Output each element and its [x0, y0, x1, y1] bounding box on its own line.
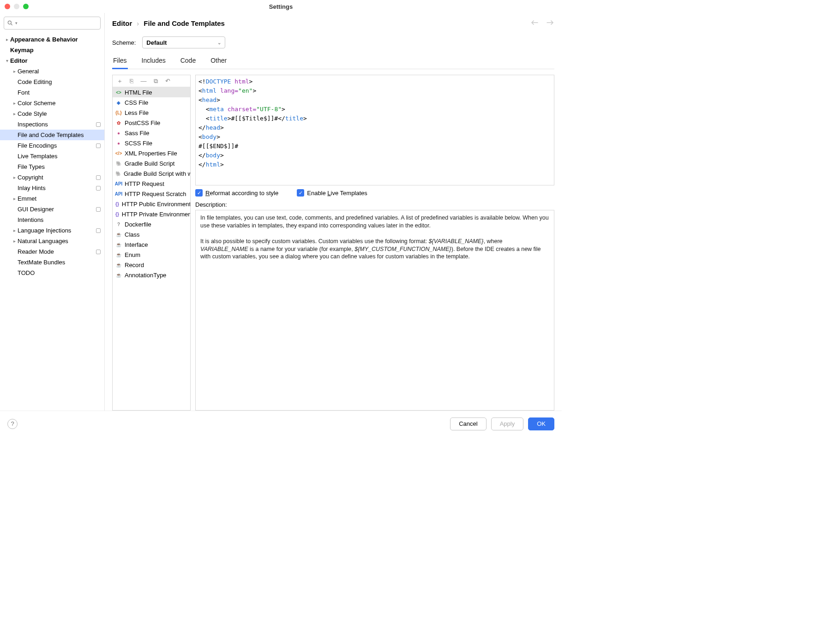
template-item-label: Enum — [125, 251, 140, 258]
template-item[interactable]: ●SCSS File — [113, 138, 190, 148]
template-item[interactable]: 🐘Gradle Build Script — [113, 158, 190, 168]
template-item[interactable]: APIHTTP Request Scratch — [113, 189, 190, 199]
svg-line-1 — [11, 24, 12, 25]
gradle-icon: 🐘 — [115, 160, 122, 167]
duplicate-icon[interactable]: ⧉ — [152, 78, 159, 84]
template-item[interactable]: ☕Interface — [113, 239, 190, 250]
scheme-value: Default — [146, 39, 167, 46]
sidebar-item-code-editing[interactable]: Code Editing — [0, 77, 104, 87]
template-item-label: HTTP Request Scratch — [125, 191, 186, 197]
template-item[interactable]: ☕Enum — [113, 250, 190, 260]
template-item[interactable]: 🐘Gradle Build Script with wrapper — [113, 168, 190, 179]
template-item[interactable]: </>XML Properties File — [113, 148, 190, 158]
cancel-button[interactable]: Cancel — [450, 417, 486, 430]
nav-forward-icon[interactable] — [546, 19, 554, 27]
project-scope-badge-icon — [96, 175, 101, 180]
chevron-right-icon: ▸ — [11, 69, 18, 74]
ok-button[interactable]: OK — [528, 417, 554, 430]
zoom-window-icon[interactable] — [23, 4, 29, 9]
sidebar-item-color-scheme[interactable]: ▸Color Scheme — [0, 98, 104, 108]
reformat-checkbox[interactable]: ✓ Reformat according to style — [195, 189, 278, 197]
chevron-right-icon: ▸ — [11, 196, 18, 201]
css-icon: ◈ — [115, 99, 122, 106]
sidebar-item-inlay-hints[interactable]: Inlay Hints — [0, 183, 104, 193]
template-item[interactable]: {L}Less File — [113, 107, 190, 118]
minimize-window-icon[interactable] — [14, 4, 19, 9]
sidebar-item-label: Appearance & Behavior — [10, 36, 102, 43]
sidebar-item-language-injections[interactable]: ▸Language Injections — [0, 225, 104, 236]
template-item[interactable]: ☕Class — [113, 229, 190, 239]
template-item-label: PostCSS File — [125, 119, 160, 126]
sidebar-item-appearance-behavior[interactable]: ▸Appearance & Behavior — [0, 34, 104, 45]
tab-other[interactable]: Other — [210, 57, 228, 69]
sidebar-item-keymap[interactable]: Keymap — [0, 45, 104, 55]
template-editor[interactable]: <!DOCTYPE html><html lang="en"><head> <m… — [195, 75, 554, 185]
sidebar-item-label: TODO — [18, 269, 102, 276]
help-icon[interactable]: ? — [7, 419, 18, 429]
template-item[interactable]: APIHTTP Request — [113, 179, 190, 189]
template-item[interactable]: <>HTML File — [113, 87, 190, 97]
sidebar-item-label: File Types — [18, 163, 102, 170]
tab-code[interactable]: Code — [180, 57, 197, 69]
sidebar-item-file-types[interactable]: File Types — [0, 161, 104, 172]
checkbox-checked-icon: ✓ — [297, 189, 304, 197]
html-icon: <> — [115, 89, 122, 95]
search-input[interactable]: ▾ — [4, 17, 101, 30]
sidebar-item-editor[interactable]: ▾Editor — [0, 55, 104, 66]
sidebar-item-label: General — [18, 68, 102, 75]
template-item[interactable]: {}HTTP Public Environment File — [113, 199, 190, 209]
template-item[interactable]: ✿PostCSS File — [113, 118, 190, 128]
sidebar-item-live-templates[interactable]: Live Templates — [0, 151, 104, 161]
project-scope-badge-icon — [96, 207, 101, 212]
sidebar-item-textmate-bundles[interactable]: TextMate Bundles — [0, 257, 104, 268]
tab-files[interactable]: Files — [112, 57, 128, 69]
settings-tree: ▸Appearance & BehaviorKeymap▾Editor▸Gene… — [0, 31, 104, 278]
sidebar-item-label: Color Scheme — [18, 100, 102, 107]
sidebar-item-code-style[interactable]: ▸Code Style — [0, 108, 104, 119]
nav-back-icon[interactable] — [530, 19, 539, 27]
sidebar-item-label: Inlay Hints — [18, 185, 96, 191]
scheme-select[interactable]: Default ⌄ — [142, 36, 225, 48]
template-item[interactable]: ☕AnnotationType — [113, 270, 190, 280]
template-item-label: Interface — [125, 241, 148, 248]
sidebar-item-file-encodings[interactable]: File Encodings — [0, 140, 104, 151]
template-item[interactable]: ☕Record — [113, 260, 190, 270]
sidebar-item-intentions[interactable]: Intentions — [0, 215, 104, 225]
description-label: Description: — [195, 201, 554, 208]
template-item-label: Class — [125, 231, 140, 238]
sidebar-item-natural-languages[interactable]: ▸Natural Languages — [0, 236, 104, 246]
sidebar-item-reader-mode[interactable]: Reader Mode — [0, 246, 104, 257]
live-templates-checkbox[interactable]: ✓ Enable Live Templates — [297, 189, 367, 197]
search-dropdown-icon[interactable]: ▾ — [15, 21, 18, 25]
copy-template-icon[interactable]: ⎘ — [128, 78, 135, 84]
sidebar-item-label: Language Injections — [18, 227, 96, 234]
breadcrumb-root[interactable]: Editor — [112, 19, 132, 27]
add-template-icon[interactable]: ＋ — [116, 78, 123, 84]
sidebar-item-font[interactable]: Font — [0, 87, 104, 98]
template-item[interactable]: ●Sass File — [113, 128, 190, 138]
apply-button[interactable]: Apply — [491, 417, 524, 430]
tab-includes[interactable]: Includes — [141, 57, 167, 69]
project-scope-badge-icon — [96, 143, 101, 148]
sidebar-item-label: TextMate Bundles — [18, 259, 102, 266]
remove-template-icon[interactable]: — — [140, 78, 147, 84]
template-item-label: Gradle Build Script — [125, 160, 174, 167]
sidebar-item-todo[interactable]: TODO — [0, 268, 104, 278]
close-window-icon[interactable] — [5, 4, 10, 9]
undo-icon[interactable]: ↶ — [164, 78, 171, 84]
sidebar-item-label: Keymap — [10, 47, 102, 54]
sidebar-item-gui-designer[interactable]: GUI Designer — [0, 204, 104, 215]
template-item[interactable]: ?Dockerfile — [113, 219, 190, 229]
breadcrumb: Editor › File and Code Templates — [112, 19, 225, 27]
scss-icon: ● — [115, 140, 122, 146]
java-icon: ☕ — [115, 231, 122, 238]
sidebar-item-copyright[interactable]: ▸Copyright — [0, 172, 104, 183]
sidebar-item-label: Editor — [10, 57, 102, 64]
sidebar-item-inspections[interactable]: Inspections — [0, 119, 104, 130]
sidebar-item-file-and-code-templates[interactable]: File and Code Templates — [0, 130, 104, 140]
template-item[interactable]: {}HTTP Private Environment File — [113, 209, 190, 219]
template-item[interactable]: ◈CSS File — [113, 97, 190, 107]
sidebar-item-emmet[interactable]: ▸Emmet — [0, 193, 104, 204]
sidebar-item-general[interactable]: ▸General — [0, 66, 104, 77]
settings-sidebar: ▾ ▸Appearance & BehaviorKeymap▾Editor▸Ge… — [0, 13, 105, 411]
